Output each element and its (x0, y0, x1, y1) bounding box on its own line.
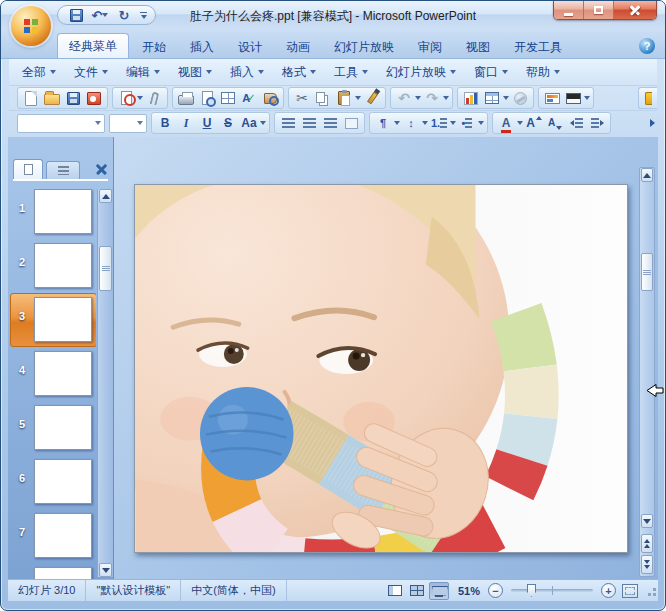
normal-view-button[interactable] (385, 582, 405, 600)
next-slide-button[interactable] (641, 555, 653, 574)
scroll-up-button[interactable] (641, 168, 653, 182)
zoom-slider[interactable] (511, 589, 593, 592)
save-button-2[interactable] (63, 88, 83, 108)
design-template-indicator[interactable]: "默认设计模板" (86, 580, 181, 601)
chevron-down-icon[interactable] (355, 96, 361, 100)
menu-slideshow[interactable]: 幻灯片放映 (377, 61, 465, 84)
menu-edit[interactable]: 编辑 (117, 61, 169, 84)
scrollbar-thumb[interactable] (641, 253, 653, 291)
menu-window[interactable]: 窗口 (465, 61, 517, 84)
decrease-indent-button[interactable] (566, 113, 586, 133)
menu-view[interactable]: 视图 (169, 61, 221, 84)
tab-classic-menu[interactable]: 经典菜单 (57, 33, 129, 58)
save-as-web-button[interactable] (84, 88, 104, 108)
fit-to-window-button[interactable] (622, 584, 638, 598)
italic-button[interactable]: I (176, 113, 196, 133)
bold-button[interactable]: B (155, 113, 175, 133)
zoom-in-button[interactable]: + (601, 583, 616, 598)
copy-button[interactable] (313, 88, 333, 108)
restore-button[interactable] (584, 1, 614, 19)
slide-thumbnail-8[interactable]: 8 (10, 567, 96, 579)
align-center-button[interactable] (299, 113, 319, 133)
menu-help[interactable]: 帮助 (517, 61, 569, 84)
current-slide[interactable] (134, 184, 628, 553)
slide-thumbnail-6[interactable]: 6 (10, 459, 96, 505)
slide-thumbnail-1[interactable]: 1 (10, 189, 96, 235)
chevron-down-icon[interactable] (450, 121, 456, 125)
font-name-combo[interactable] (17, 114, 105, 133)
chevron-down-icon[interactable] (260, 121, 266, 125)
research-button[interactable] (260, 88, 280, 108)
undo-button-2[interactable]: ↶ (394, 88, 414, 108)
spelling-button[interactable]: A✓ (239, 88, 259, 108)
language-indicator[interactable]: 中文(简体，中国) (181, 580, 286, 601)
font-size-combo[interactable] (109, 114, 147, 133)
underline-button[interactable]: U (197, 113, 217, 133)
previous-slide-button[interactable] (641, 534, 653, 553)
panel-scrollbar[interactable] (97, 189, 113, 577)
slide-thumbnail-4[interactable]: 4 (10, 351, 96, 397)
print-preview-button[interactable] (197, 88, 217, 108)
font-color-button[interactable]: A (496, 113, 516, 133)
tab-slideshow[interactable]: 幻灯片放映 (323, 35, 405, 58)
chevron-down-icon[interactable] (443, 96, 449, 100)
zoom-slider-thumb[interactable] (527, 584, 536, 597)
chevron-down-icon[interactable] (394, 121, 400, 125)
strikethrough-button[interactable]: S (218, 113, 238, 133)
align-right-button[interactable] (320, 113, 340, 133)
tab-design[interactable]: 设计 (227, 35, 273, 58)
chevron-down-icon[interactable] (584, 96, 590, 100)
justify-button[interactable] (341, 113, 361, 133)
background-button[interactable] (563, 88, 583, 108)
slide-scrollbar[interactable] (639, 167, 655, 577)
undo-button[interactable]: ↶ (90, 5, 110, 25)
increase-font-button[interactable]: A (524, 113, 544, 133)
align-left-button[interactable] (278, 113, 298, 133)
insert-table-button[interactable] (482, 88, 502, 108)
tab-animations[interactable]: 动画 (275, 35, 321, 58)
chevron-down-icon[interactable] (503, 96, 509, 100)
tab-review[interactable]: 审阅 (407, 35, 453, 58)
numbered-list-button[interactable]: 1. (429, 113, 449, 133)
slide-editing-area[interactable] (114, 137, 658, 579)
change-case-button[interactable]: Aa (239, 113, 259, 133)
customize-quick-access-button[interactable] (140, 12, 147, 19)
chevron-down-icon[interactable] (422, 121, 428, 125)
menu-all[interactable]: 全部 (13, 61, 65, 84)
toolbar-overflow-button[interactable] (650, 119, 655, 127)
bulleted-list-button[interactable]: • (457, 113, 477, 133)
panel-close-button[interactable] (95, 163, 108, 176)
scrollbar-thumb[interactable] (99, 246, 112, 291)
scroll-up-button[interactable] (99, 189, 112, 203)
format-painter-button[interactable] (362, 88, 382, 108)
tab-view[interactable]: 视图 (455, 35, 501, 58)
scroll-down-button[interactable] (99, 563, 112, 577)
minimize-button[interactable] (554, 1, 584, 19)
zoom-level[interactable]: 51% (458, 585, 480, 597)
paste-button[interactable] (334, 88, 354, 108)
decrease-font-button[interactable]: A (545, 113, 565, 133)
redo-button[interactable]: ↻ (114, 5, 134, 25)
table-borders-button[interactable] (218, 88, 238, 108)
tab-slides-thumbnails[interactable] (13, 159, 43, 179)
hyperlink-button[interactable] (510, 88, 530, 108)
paragraph-button[interactable]: ¶ (373, 113, 393, 133)
slide-thumbnail-2[interactable]: 2 (10, 243, 96, 289)
menu-tools[interactable]: 工具 (325, 61, 377, 84)
more-tools-button[interactable] (642, 88, 654, 108)
slide-thumbnail-7[interactable]: 7 (10, 513, 96, 559)
menu-insert[interactable]: 插入 (221, 61, 273, 84)
menu-format[interactable]: 格式 (273, 61, 325, 84)
cut-button[interactable]: ✂ (292, 88, 312, 108)
scroll-down-button[interactable] (641, 514, 653, 528)
insert-chart-button[interactable] (461, 88, 481, 108)
slideshow-view-button[interactable] (429, 582, 449, 600)
zoom-out-button[interactable]: − (488, 583, 503, 598)
slide-design-button[interactable] (542, 88, 562, 108)
open-button[interactable] (42, 88, 62, 108)
help-button[interactable]: ? (639, 38, 655, 54)
menu-file[interactable]: 文件 (65, 61, 117, 84)
tab-outline[interactable] (46, 161, 80, 179)
chevron-down-icon[interactable] (478, 121, 484, 125)
tab-home[interactable]: 开始 (131, 35, 177, 58)
